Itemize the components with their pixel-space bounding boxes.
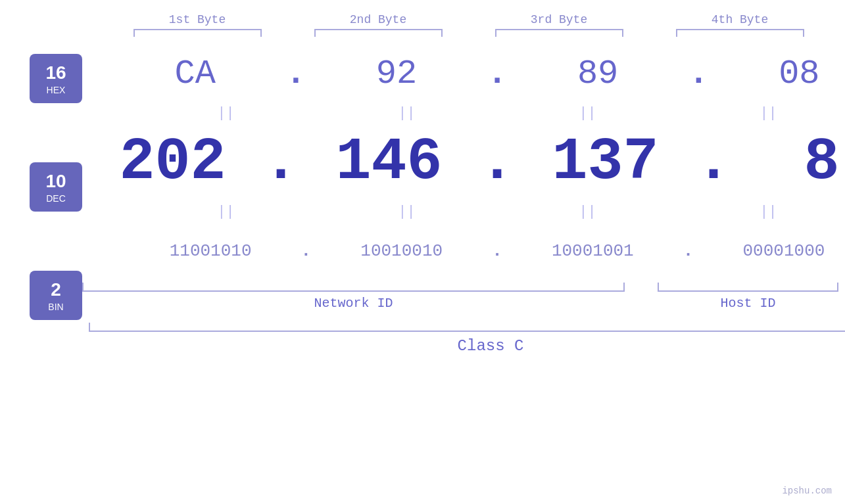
dot-dec-3: . [696,129,731,196]
equals-row-2: || || || || [82,198,845,225]
bracket-1 [107,29,288,41]
bracket-2 [288,29,469,41]
byte3-header: 3rd Byte [469,13,650,26]
network-id-bracket [82,283,625,292]
dot-hex-3: . [688,55,709,93]
dec-val-4: 8 [804,129,840,196]
bin-label: BIN [48,302,63,312]
main-container: 1st Byte 2nd Byte 3rd Byte 4th Byte 16 H… [0,0,845,504]
bracket-3 [469,29,650,41]
bin-byte3: 10001001 [502,241,683,261]
bracket-line-2 [314,29,443,37]
dec-val-1: 202 [119,129,226,196]
dec-byte4: 8 [731,129,845,196]
dot-dec-1: . [263,129,299,196]
dec-val-2: 146 [336,129,443,196]
bin-val-2: 10010010 [360,241,443,261]
eq1-4: || [678,100,845,126]
bracket-line-4 [676,29,804,37]
dec-num: 10 [45,171,66,192]
eq1-3: || [497,100,678,126]
top-bracket-row [0,29,845,41]
class-label: Class C [82,337,845,355]
bin-num: 2 [51,279,61,300]
eq2-1: || [135,198,316,225]
hex-byte2: 92 [306,55,487,93]
label-column: 16 HEX 10 DEC 2 BIN [0,41,82,504]
dot-bin-3: . [683,241,694,261]
bin-byte1: 11001010 [120,241,301,261]
byte4-header: 4th Byte [650,13,831,26]
dec-row: 202 . 146 . 137 . 8 [82,126,845,198]
hex-num: 16 [45,62,66,83]
bracket-line-1 [133,29,262,37]
bin-row: 11001010 . 10010010 . 10001001 . 0000100… [82,225,845,277]
bracket-4 [650,29,831,41]
dec-badge: 10 DEC [30,162,82,212]
hex-val-4: 08 [779,55,819,93]
dec-byte2: 146 [299,129,479,196]
byte-headers: 1st Byte 2nd Byte 3rd Byte 4th Byte [0,13,845,26]
hex-val-2: 92 [376,55,417,93]
hex-badge: 16 HEX [30,54,82,103]
dot-dec-2: . [479,129,515,196]
eq1-2: || [316,100,497,126]
eq2-4: || [678,198,845,225]
dot-hex-1: . [285,55,306,93]
dot-bin-2: . [492,241,502,261]
eq1-1: || [135,100,316,126]
hex-byte4: 08 [709,55,845,93]
hex-byte1: CA [105,55,285,93]
hex-val-3: 89 [577,55,618,93]
host-id-bracket [658,283,838,292]
hex-label: HEX [47,85,66,95]
dec-byte1: 202 [82,129,263,196]
byte2-header: 2nd Byte [288,13,469,26]
data-columns: CA . 92 . 89 . 08 || || || || [82,41,845,504]
bracket-line-3 [495,29,623,37]
dec-label: DEC [46,193,66,204]
class-bracket [89,323,845,332]
eq2-2: || [316,198,497,225]
network-id-label: Network ID [82,296,625,311]
dot-bin-1: . [301,241,312,261]
hex-val-1: CA [174,55,215,93]
bin-val-1: 11001010 [170,241,252,261]
hex-row: CA . 92 . 89 . 08 [82,47,845,100]
dot-hex-2: . [487,55,507,93]
bin-val-3: 10001001 [552,241,634,261]
bin-badge: 2 BIN [30,271,82,320]
bin-val-4: 00001000 [743,241,825,261]
equals-row-1: || || || || [82,100,845,126]
host-id-label: Host ID [658,296,838,311]
bin-byte4: 00001000 [693,241,845,261]
dec-val-3: 137 [552,129,659,196]
hex-byte3: 89 [508,55,688,93]
eq2-3: || [497,198,678,225]
bin-byte2: 10010010 [311,241,492,261]
watermark: ipshu.com [782,486,832,496]
dec-byte3: 137 [515,129,696,196]
byte1-header: 1st Byte [107,13,288,26]
